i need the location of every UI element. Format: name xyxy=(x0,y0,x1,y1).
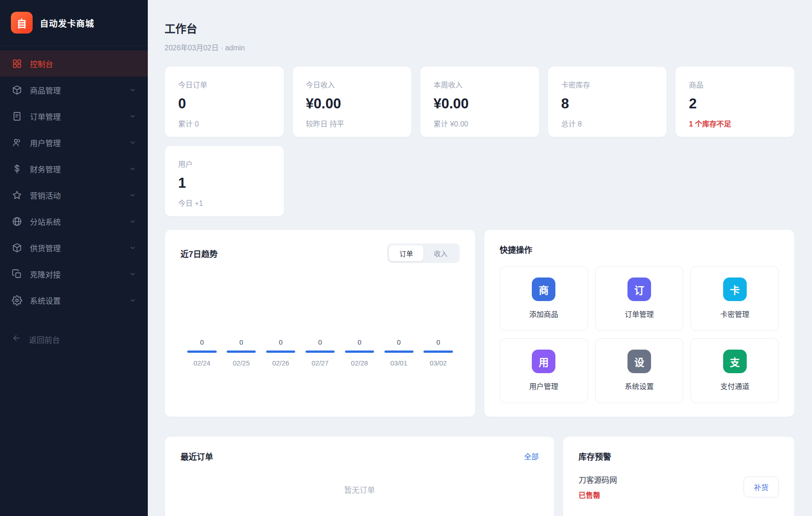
chart-date-label: 02/24 xyxy=(194,359,211,367)
sidebar-item-marketing[interactable]: 营销活动 xyxy=(0,182,148,208)
chart-column: 0 02/28 xyxy=(340,338,379,367)
sidebar-item-label: 控制台 xyxy=(30,58,53,69)
stat-value: 1 xyxy=(178,175,271,191)
trend-toggle: 订单 收入 xyxy=(387,243,460,263)
sidebar-item-finance[interactable]: 财务管理 xyxy=(0,156,148,182)
sidebar-item-users[interactable]: 用户管理 xyxy=(0,129,148,156)
empty-orders-text: 暂无订单 xyxy=(180,462,539,516)
chevron-down-icon xyxy=(129,113,136,120)
restock-button[interactable]: 补货 xyxy=(744,477,779,497)
sidebar-item-clone[interactable]: 克隆对接 xyxy=(0,261,148,287)
recent-orders-title: 最近订单 xyxy=(180,450,213,462)
sidebar-item-label: 商品管理 xyxy=(30,84,61,96)
page-title: 工作台 xyxy=(165,20,795,36)
quick-action-card-management[interactable]: 卡 卡密管理 xyxy=(690,266,779,331)
card-icon: 卡 xyxy=(723,277,747,301)
view-all-link[interactable]: 全部 xyxy=(524,451,539,462)
quick-action-payment-channel[interactable]: 支 支付通道 xyxy=(690,338,779,403)
trend-chart: 0 02/24 0 02/25 0 02/26 0 02/27 xyxy=(180,338,460,367)
sidebar-item-label: 用户管理 xyxy=(30,137,61,148)
quick-action-label: 卡密管理 xyxy=(691,308,778,319)
product-icon: 商 xyxy=(532,277,555,301)
quick-actions-grid: 商 添加商品 订 订单管理 卡 卡密管理 用 用户管理 设 系统设置 xyxy=(500,266,779,403)
chart-bar xyxy=(227,350,256,353)
chart-bar xyxy=(306,350,335,353)
stat-value: 2 xyxy=(689,96,781,112)
trend-panel: 近7日趋势 订单 收入 0 02/24 0 02/25 0 xyxy=(165,229,476,417)
chart-column: 0 02/25 xyxy=(222,338,261,367)
chart-column: 0 02/24 xyxy=(182,338,222,367)
chart-column: 0 02/26 xyxy=(261,338,301,367)
stock-alert-panel: 库存预警 刀客源码网 已售罄 补货 xyxy=(563,436,795,516)
stock-item-info: 刀客源码网 已售罄 xyxy=(579,474,617,500)
stock-item-name: 刀客源码网 xyxy=(579,474,617,485)
middle-row: 近7日趋势 订单 收入 0 02/24 0 02/25 0 xyxy=(165,229,795,417)
stat-cards: 今日订单 0 累计 0 今日收入 ¥0.00 较昨日 持平 本周收入 ¥0.00… xyxy=(165,66,795,217)
chevron-down-icon xyxy=(129,244,136,251)
chart-column: 0 03/01 xyxy=(379,338,418,367)
chart-date-label: 03/01 xyxy=(390,359,408,367)
stat-sub: 累计 0 xyxy=(178,118,271,129)
chart-date-label: 02/28 xyxy=(351,359,368,367)
cube-icon xyxy=(12,243,22,253)
stat-card-products: 商品 2 1 个库存不足 xyxy=(675,66,795,137)
stat-value: ¥0.00 xyxy=(306,96,399,112)
recent-orders-panel: 最近订单 全部 暂无订单 xyxy=(165,436,554,516)
copy-icon xyxy=(12,269,22,279)
chart-value-label: 0 xyxy=(279,338,282,346)
app-title: 自动发卡商城 xyxy=(40,17,94,29)
sidebar-item-subsites[interactable]: 分站系统 xyxy=(0,208,148,234)
sidebar-item-orders[interactable]: 订单管理 xyxy=(0,103,148,129)
quick-action-label: 用户管理 xyxy=(500,380,588,391)
dashboard-icon xyxy=(12,58,22,69)
quick-action-system-settings[interactable]: 设 系统设置 xyxy=(595,338,684,403)
chart-column: 0 02/27 xyxy=(301,338,340,367)
stat-sub: 累计 ¥0.00 xyxy=(433,118,526,129)
quick-action-order-management[interactable]: 订 订单管理 xyxy=(595,266,684,331)
sidebar-back-link[interactable]: 返回前台 xyxy=(0,328,148,350)
sidebar-item-products[interactable]: 商品管理 xyxy=(0,77,148,103)
stat-label: 用户 xyxy=(178,158,271,169)
stat-card-users: 用户 1 今日 +1 xyxy=(165,146,284,217)
trend-title: 近7日趋势 xyxy=(180,248,218,259)
quick-actions-panel: 快捷操作 商 添加商品 订 订单管理 卡 卡密管理 用 用户管理 xyxy=(484,229,795,417)
chart-value-label: 0 xyxy=(397,338,401,346)
chart-value-label: 0 xyxy=(318,338,322,346)
sidebar-item-label: 克隆对接 xyxy=(30,268,61,280)
chart-date-label: 02/26 xyxy=(272,359,289,367)
settings-icon: 设 xyxy=(627,350,651,373)
stock-alert-item: 刀客源码网 已售罄 补货 xyxy=(579,474,779,500)
quick-action-add-product[interactable]: 商 添加商品 xyxy=(500,266,588,331)
sidebar-item-label: 财务管理 xyxy=(30,163,61,175)
chart-date-label: 02/27 xyxy=(311,359,329,367)
quick-action-label: 添加商品 xyxy=(500,308,588,319)
quick-action-label: 支付通道 xyxy=(691,380,778,391)
globe-icon xyxy=(12,216,22,227)
chevron-down-icon xyxy=(129,271,136,277)
stat-label: 卡密库存 xyxy=(561,79,654,90)
star-icon xyxy=(12,190,22,200)
trend-tab-income[interactable]: 收入 xyxy=(423,245,458,261)
chart-bar xyxy=(345,350,374,353)
bottom-row: 最近订单 全部 暂无订单 库存预警 刀客源码网 已售罄 补货 xyxy=(165,436,795,516)
users-icon xyxy=(12,137,22,148)
chart-value-label: 0 xyxy=(436,338,440,346)
chevron-down-icon xyxy=(129,166,136,172)
sidebar-item-settings[interactable]: 系统设置 xyxy=(0,287,148,313)
back-arrow-icon xyxy=(12,333,21,345)
quick-action-label: 订单管理 xyxy=(596,308,683,319)
page-subtitle: 2026年03月02日 · admin xyxy=(165,42,795,53)
chart-column: 0 03/02 xyxy=(418,338,458,367)
chart-bar xyxy=(266,350,295,353)
user-icon: 用 xyxy=(532,350,555,373)
payment-icon: 支 xyxy=(723,350,747,373)
quick-action-user-management[interactable]: 用 用户管理 xyxy=(500,338,588,403)
stat-value: ¥0.00 xyxy=(433,96,526,112)
chevron-down-icon xyxy=(129,218,136,225)
chart-bar xyxy=(423,350,452,353)
sidebar-item-supply[interactable]: 供货管理 xyxy=(0,234,148,261)
stat-value: 8 xyxy=(561,96,654,112)
sidebar-item-label: 营销活动 xyxy=(30,190,61,201)
sidebar-item-dashboard[interactable]: 控制台 xyxy=(0,50,148,77)
trend-tab-orders[interactable]: 订单 xyxy=(389,245,423,261)
